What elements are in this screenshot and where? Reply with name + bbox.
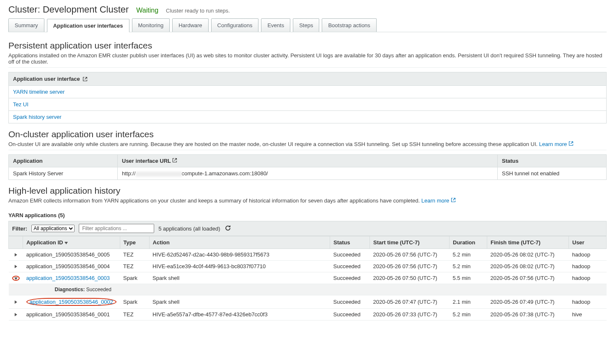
col-url: User interface URL — [118, 155, 498, 167]
external-link-icon — [172, 158, 177, 163]
cell-status: Succeeded — [330, 249, 370, 261]
cell-finish: 2020-05-26 08:02 (UTC-7) — [487, 261, 569, 272]
cell-start: 2020-05-26 07:56 (UTC-7) — [370, 249, 450, 261]
sort-desc-icon — [65, 242, 68, 244]
cell-user: hadoop — [569, 295, 607, 309]
application-id-link[interactable]: application_1590503538546_0003 — [26, 275, 110, 281]
cell-start: 2020-05-26 07:47 (UTC-7) — [370, 295, 450, 309]
ui-link-tez-ui[interactable]: Tez UI — [13, 101, 28, 108]
persistent-table-header: Application user interface — [8, 72, 607, 86]
tab-configurations[interactable]: Configurations — [211, 18, 259, 32]
col-finish[interactable]: Finish time (UTC-7) — [487, 236, 569, 249]
cell-start: 2020-05-26 07:56 (UTC-7) — [370, 261, 450, 272]
col-action[interactable]: Action — [149, 236, 330, 249]
filter-count: 5 applications (all loaded) — [158, 226, 220, 232]
cell-dur: 5.2 min — [450, 261, 487, 272]
col-user[interactable]: User — [569, 236, 607, 249]
tab-hardware[interactable]: Hardware — [172, 18, 208, 32]
cell-action: HIVE-a5e557a7-dfbe-4577-87ed-4326eb7cc0f… — [149, 309, 330, 320]
application-id-link[interactable]: application_1590503538546_0002 — [30, 299, 114, 305]
col-application: Application — [9, 155, 118, 167]
chevron-down-icon[interactable] — [14, 277, 18, 280]
application-id: application_1590503538546_0004 — [26, 263, 110, 269]
table-row: application_1590503538546_0003SparkSpark… — [9, 272, 607, 284]
cell-type: Spark — [120, 272, 149, 284]
cell-finish: 2020-05-26 07:56 (UTC-7) — [487, 272, 569, 284]
highlight-circle — [12, 276, 20, 281]
learn-more-link[interactable]: Learn more — [421, 197, 456, 204]
cell-user: hadoop — [569, 272, 607, 284]
app-status: SSH tunnel not enabled — [498, 167, 607, 180]
chevron-right-icon[interactable] — [15, 253, 17, 256]
yarn-apps-table: Application ID Type Action Status Start … — [8, 236, 607, 320]
col-appid[interactable]: Application ID — [23, 236, 120, 249]
cell-start: 2020-05-26 07:50 (UTC-7) — [370, 272, 450, 284]
cell-dur: 5.2 min — [450, 309, 487, 320]
cell-start: 2020-05-26 07:33 (UTC-7) — [370, 309, 450, 320]
cell-status: Succeeded — [330, 272, 370, 284]
persistent-heading: Persistent application user interfaces — [8, 41, 607, 51]
cell-status: Succeeded — [330, 309, 370, 320]
tab-bootstrap-actions[interactable]: Bootstrap actions — [322, 18, 376, 32]
filter-bar: Filter: All applications 5 applications … — [8, 221, 607, 236]
persistent-desc: Applications installed on the Amazon EMR… — [8, 52, 607, 68]
ui-link-yarn-timeline-server[interactable]: YARN timeline server — [13, 89, 65, 95]
cell-type: TEZ — [120, 261, 149, 272]
cell-type: TEZ — [120, 309, 149, 320]
tab-events[interactable]: Events — [261, 18, 290, 32]
filter-label: Filter: — [12, 226, 27, 232]
tab-steps[interactable]: Steps — [293, 18, 319, 32]
learn-more-link[interactable]: Learn more — [539, 141, 574, 147]
table-row: application_1590503538546_0004TEZHIVE-ea… — [9, 261, 607, 272]
filter-input[interactable] — [79, 224, 154, 233]
app-name: Spark History Server — [9, 167, 118, 180]
oncluster-table: Application User interface URL Status Sp… — [8, 154, 607, 180]
cell-status: Succeeded — [330, 295, 370, 309]
col-duration[interactable]: Duration — [450, 236, 487, 249]
oncluster-desc: On-cluster UI are available only while c… — [8, 141, 607, 150]
cell-user: hadoop — [569, 249, 607, 261]
col-status: Status — [498, 155, 607, 167]
col-type[interactable]: Type — [120, 236, 149, 249]
yarn-apps-title: YARN applications (5) — [8, 212, 607, 218]
col-start[interactable]: Start time (UTC-7) — [370, 236, 450, 249]
cell-finish: 2020-05-26 07:49 (UTC-7) — [487, 295, 569, 309]
cell-status: Succeeded — [330, 261, 370, 272]
filter-select[interactable]: All applications — [31, 225, 75, 232]
tab-monitoring[interactable]: Monitoring — [132, 18, 170, 32]
cell-type: TEZ — [120, 249, 149, 261]
col-expand — [9, 236, 23, 249]
cluster-status: Waiting — [136, 7, 158, 14]
tab-summary[interactable]: Summary — [8, 18, 44, 32]
history-desc: Amazon EMR collects information from YAR… — [8, 197, 607, 206]
cell-finish: 2020-05-26 07:38 (UTC-7) — [487, 309, 569, 320]
cell-action: Spark shell — [149, 272, 330, 284]
ui-link-spark-history-server[interactable]: Spark history server — [13, 114, 62, 120]
refresh-icon[interactable] — [225, 225, 231, 233]
table-row: application_1590503538546_0001TEZHIVE-a5… — [9, 309, 607, 320]
tab-application-user-interfaces[interactable]: Application user interfaces — [47, 19, 129, 32]
external-link-icon — [568, 141, 574, 146]
chevron-right-icon[interactable] — [15, 300, 17, 304]
cluster-header: Cluster: Development Cluster Waiting Clu… — [8, 4, 607, 15]
col-status[interactable]: Status — [330, 236, 370, 249]
table-row: Spark History Server http://compute-1.am… — [9, 167, 607, 180]
chevron-right-icon[interactable] — [15, 265, 17, 268]
external-link-icon — [83, 77, 88, 82]
cluster-title: Cluster: Development Cluster — [8, 4, 129, 15]
application-id: application_1590503538546_0005 — [26, 251, 110, 258]
table-row: application_1590503538546_0002SparkSpark… — [9, 295, 607, 309]
chevron-right-icon[interactable] — [15, 313, 17, 316]
highlight-oval: application_1590503538546_0002 — [26, 298, 117, 306]
cell-user: hive — [569, 309, 607, 320]
application-id: application_1590503538546_0001 — [26, 311, 110, 318]
cell-user: hadoop — [569, 261, 607, 272]
app-url: http://compute-1.amazonaws.com:18080/ — [118, 167, 498, 180]
cluster-status-msg: Cluster ready to run steps. — [166, 8, 230, 14]
cell-action: HIVE-62d52467-d2ac-4430-98b9-9859317f567… — [149, 249, 330, 261]
tab-bar: SummaryApplication user interfacesMonito… — [8, 18, 607, 32]
external-link-icon — [451, 197, 456, 203]
history-heading: High-level application history — [8, 186, 607, 196]
table-row: application_1590503538546_0005TEZHIVE-62… — [9, 249, 607, 261]
persistent-table-header-label: Application user interface — [13, 76, 80, 82]
